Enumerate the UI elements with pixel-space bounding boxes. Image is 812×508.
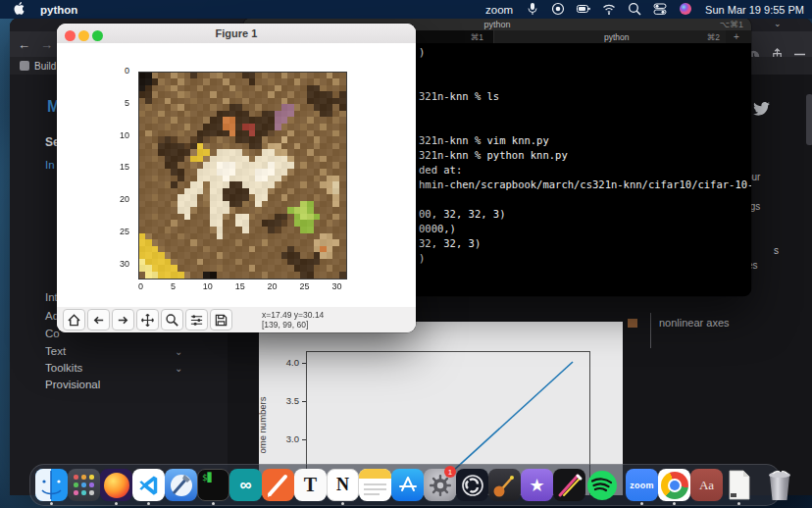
running-indicator [50,502,53,505]
pan-button[interactable] [136,309,159,330]
close-button[interactable] [65,30,76,41]
dock-item-terminal[interactable]: $▊ [197,464,229,506]
microphone-icon[interactable] [526,2,539,18]
battery-icon[interactable] [577,2,590,18]
sidebar-item-text[interactable]: Text [45,345,66,357]
dock-item-finder[interactable] [35,464,68,506]
matplotlib-toolbar: x=17.49 y=30.14 [139, 99, 60] [57,307,416,332]
dock-item-notion[interactable]: N [327,464,359,506]
chevron-down-icon[interactable]: ⌄ [175,346,182,357]
dock-item-system-settings[interactable]: 1 [424,464,456,506]
dock-item-trash[interactable] [763,464,795,506]
figure-window-title: Figure 1 [216,27,258,39]
home-button[interactable] [63,309,85,330]
back-icon[interactable]: ← [18,37,30,52]
running-indicator [737,502,740,505]
x-tick-label: 15 [235,281,245,291]
figure-window: Figure 1 051015202530051015202530 x=17.4… [57,24,416,332]
terminal-line: hmin-chen/scrapbook/march/cs321n-knn/cif… [419,178,751,192]
terminal-line [419,60,751,75]
terminal-line: 00, 32, 32, 3) [419,207,751,222]
terminal-line: 321n-knn % python knn.py [419,148,751,163]
thumbnail-fragment [628,319,637,328]
twitter-icon[interactable] [753,102,770,120]
new-tab-button[interactable]: + [734,31,739,42]
y-tick-label: 30 [120,259,129,269]
tab-label: python [604,32,630,42]
desktop: ⌄ ← → Build You » M Se In IntAd [0,0,812,508]
save-button[interactable] [210,309,232,330]
terminal-line: 0000,) [419,222,751,236]
dock-item-notes[interactable] [359,464,391,506]
tab-overflow-chevron-icon[interactable]: ⌄ [774,19,782,28]
forward-button[interactable] [112,309,134,330]
terminal-window-shortcut: ⌥⌘1 [720,20,743,29]
dock-item-spotify[interactable] [585,464,618,506]
terminal-line: 321n-knn % vim knn.py [419,133,751,148]
dock-item-xcode[interactable] [165,464,197,506]
y-tick-label: 25 [120,227,129,236]
y-tick-label: 5 [125,98,129,108]
sidebar-item-provisional[interactable]: Provisional [45,379,100,390]
notification-badge: 1 [444,466,456,478]
wifi-icon[interactable] [602,2,616,18]
dock-item-dictionary[interactable]: Aa [690,464,723,506]
dock-item-app-store[interactable] [391,464,424,506]
terminal-line [419,192,751,207]
terminal-line: ) [419,45,751,60]
zoom-menu-item[interactable]: zoom [485,4,513,16]
docs-text-fragment: s [774,245,779,256]
dock-item-paint-app[interactable] [553,464,585,506]
chevron-down-icon[interactable]: ⌄ [175,363,182,374]
sidebar-link-fragment[interactable]: In [45,159,55,171]
dock-item-firefox[interactable] [100,464,132,506]
nonlinear-axes-link[interactable]: nonlinear axes [659,317,730,329]
menu-bar-clock[interactable]: Sun Mar 19 9:55 PM [705,4,804,16]
cifar-image [138,72,347,279]
dock-item-pen-app[interactable] [262,464,294,506]
terminal-line: 32, 32, 3) [419,236,751,251]
y-tick-label: 10 [120,130,129,140]
figure-title-bar[interactable]: Figure 1 [57,24,416,43]
forward-icon[interactable]: → [40,37,53,52]
zoom-window-button[interactable] [92,30,103,41]
terminal-line [419,75,751,89]
dock-item-vscode[interactable] [132,464,165,506]
terminal-line: 321n-knn % ls [419,89,751,104]
tab-shortcut: ⌘1 [471,32,483,42]
y-tick-label: 20 [120,194,129,204]
x-tick-label: 10 [203,281,213,291]
dock-item-launchpad[interactable] [68,464,100,506]
screen-record-icon[interactable] [551,2,565,18]
dock-item-zoom-app[interactable]: zoom [626,464,658,506]
x-tick-label: 25 [300,281,310,291]
back-button[interactable] [87,309,110,330]
dock-item-imovie[interactable]: ★ [521,464,553,506]
dock-item-obs[interactable] [456,464,488,506]
minimize-button[interactable] [78,30,89,41]
dock-item-document[interactable] [723,464,755,506]
sidebar-item-toolkits[interactable]: Toolkits [45,362,82,374]
dock-item-garageband[interactable] [488,464,521,506]
dock-item-arduino[interactable]: ∞ [229,464,262,506]
terminal-line: ) [419,251,751,266]
dock-item-chrome[interactable] [658,464,690,506]
tab-shortcut: ⌘2 [707,32,720,42]
y-tick-label: 0 [125,66,129,76]
sidebar-item-int[interactable]: Int [45,291,58,303]
terminal-line: ded at: [419,163,751,178]
apple-menu-icon[interactable] [14,2,25,17]
zoom-button[interactable] [161,309,183,330]
sidebar-item-co[interactable]: Co [45,328,60,339]
dock-item-typora[interactable]: T [294,464,327,506]
spotlight-search-icon[interactable] [628,2,641,18]
terminal-tab-2[interactable]: python ⌘2 [494,30,726,43]
terminal-line [419,104,751,119]
subplots-button[interactable] [185,309,208,330]
control-center-icon[interactable] [653,2,667,18]
figure-canvas-area[interactable]: 051015202530051015202530 [57,43,416,307]
content-divider [650,313,651,348]
siri-icon[interactable] [679,2,692,18]
scrollbar-thumb[interactable] [806,94,812,145]
active-app-menu[interactable]: python [40,4,77,16]
